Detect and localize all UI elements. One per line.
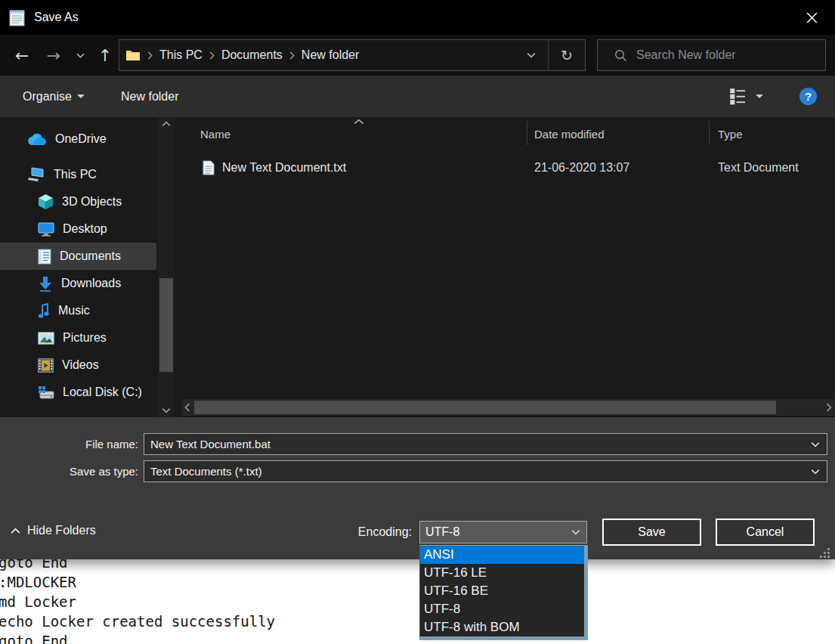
- up-button[interactable]: ↑: [92, 42, 118, 68]
- sidebar-item-label: 3D Objects: [62, 195, 122, 209]
- chevron-down-icon: [76, 53, 85, 58]
- new-folder-button[interactable]: New folder: [121, 76, 178, 117]
- file-name: New Text Document.txt: [222, 161, 346, 175]
- organise-menu-button[interactable]: Organise: [23, 76, 85, 117]
- close-icon: [806, 12, 818, 23]
- sidebar-item-pictures[interactable]: Pictures: [0, 324, 156, 351]
- breadcrumb-chevron-icon: [289, 51, 295, 60]
- screen: goto End:MDLOCKERmd Lockerecho Locker cr…: [0, 0, 835, 644]
- file-browser: OneDrive This PC 3D Ob: [0, 117, 835, 417]
- sidebar-item-label: Videos: [62, 358, 99, 372]
- hide-folders-button[interactable]: Hide Folders: [11, 524, 96, 537]
- batch-line: goto End: [0, 633, 68, 644]
- column-separator[interactable]: [527, 121, 527, 145]
- column-header-date-modified[interactable]: Date modified: [534, 119, 605, 148]
- encoding-label: Encoding:: [302, 525, 412, 539]
- encoding-dropdown-list: ANSI UTF-16 LE UTF-16 BE UTF-8 UTF-8 wit…: [419, 545, 588, 640]
- scroll-down-icon[interactable]: [158, 404, 175, 417]
- breadcrumb-this-pc[interactable]: This PC: [159, 48, 203, 62]
- sidebar-item-label: Music: [58, 304, 90, 317]
- column-header-type[interactable]: Type: [718, 119, 743, 148]
- address-dropdown-button[interactable]: [515, 52, 548, 58]
- resize-grip-icon[interactable]: [818, 546, 830, 558]
- save-button[interactable]: Save: [602, 519, 701, 546]
- scroll-left-icon[interactable]: [181, 399, 193, 416]
- view-mode-button[interactable]: [730, 76, 747, 117]
- scroll-right-icon[interactable]: [823, 399, 835, 416]
- recent-locations-button[interactable]: [71, 42, 89, 68]
- sidebar-item-label: Local Disk (C:): [63, 385, 142, 399]
- encoding-option-utf16le[interactable]: UTF-16 LE: [420, 564, 584, 582]
- sidebar-item-desktop[interactable]: Desktop: [0, 215, 156, 243]
- chevron-down-icon: [565, 529, 586, 535]
- file-row[interactable]: New Text Document.txt 21-06-2020 13:07 T…: [181, 155, 835, 181]
- navigation-pane: OneDrive This PC 3D Ob: [0, 117, 181, 417]
- help-button[interactable]: ?: [799, 76, 817, 117]
- forward-button[interactable]: →: [41, 42, 66, 68]
- file-name-input[interactable]: [144, 438, 804, 450]
- column-header-name[interactable]: Name: [200, 119, 230, 148]
- search-input[interactable]: [636, 48, 810, 62]
- save-as-type-value: Text Documents (*.txt): [144, 465, 804, 478]
- breadcrumb-documents[interactable]: Documents: [221, 48, 283, 62]
- document-icon: [38, 249, 51, 265]
- download-arrow-icon: [38, 276, 53, 292]
- sidebar-item-videos[interactable]: Videos: [0, 351, 156, 379]
- desktop-monitor-icon: [38, 222, 54, 237]
- encoding-select[interactable]: UTF-8: [419, 521, 587, 543]
- sidebar-item-label: This PC: [54, 168, 97, 181]
- sidebar-item-3d-objects[interactable]: 3D Objects: [0, 188, 156, 215]
- file-name-combobox: [144, 433, 827, 455]
- film-strip-icon: [38, 358, 54, 373]
- sidebar-item-downloads[interactable]: Downloads: [0, 270, 156, 297]
- back-icon: ←: [15, 46, 29, 65]
- horizontal-scrollbar[interactable]: [181, 399, 835, 416]
- chevron-down-icon: [756, 94, 763, 98]
- sidebar-item-music[interactable]: Music: [0, 297, 156, 324]
- column-separator[interactable]: [709, 121, 710, 145]
- sidebar-item-documents[interactable]: Documents: [0, 243, 156, 270]
- sidebar-item-label: Pictures: [63, 331, 107, 345]
- address-bar[interactable]: This PC Documents New folder ↻: [119, 39, 586, 71]
- close-button[interactable]: [794, 0, 829, 35]
- horizontal-scrollbar-thumb[interactable]: [194, 401, 776, 414]
- picture-icon: [38, 332, 54, 345]
- view-mode-dropdown[interactable]: [756, 76, 763, 117]
- scroll-up-icon[interactable]: [158, 117, 175, 131]
- encoding-option-utf8[interactable]: UTF-8: [420, 600, 584, 618]
- sidebar-scrollbar[interactable]: [158, 117, 175, 417]
- refresh-icon: ↻: [561, 47, 573, 63]
- sidebar-item-local-disk-c[interactable]: Local Disk (C:): [0, 379, 156, 406]
- sidebar-item-onedrive[interactable]: OneDrive: [0, 125, 156, 153]
- batch-line: :MDLOCKER: [0, 574, 76, 590]
- file-type: Text Document: [718, 161, 799, 175]
- encoding-option-utf8-bom[interactable]: UTF-8 with BOM: [420, 618, 584, 636]
- save-as-type-label: Save as type:: [4, 465, 138, 478]
- breadcrumb-new-folder[interactable]: New folder: [302, 48, 359, 62]
- sidebar-item-label: OneDrive: [55, 132, 107, 146]
- chevron-up-icon: [11, 528, 20, 534]
- chevron-down-icon: [527, 52, 536, 58]
- save-options-panel: File name: Save as type: Text Documents …: [0, 417, 835, 559]
- hard-disk-icon: [38, 385, 54, 400]
- search-box: [597, 39, 826, 71]
- cancel-button-label: Cancel: [747, 525, 784, 539]
- refresh-button[interactable]: ↻: [549, 47, 585, 63]
- file-list: Name Date modified Type New Te: [181, 117, 835, 417]
- text-file-icon: [203, 160, 215, 175]
- back-button[interactable]: ←: [9, 42, 35, 68]
- sidebar-item-label: Desktop: [63, 222, 107, 236]
- save-as-type-select[interactable]: Text Documents (*.txt): [144, 460, 827, 482]
- breadcrumb-chevron-icon: [147, 51, 153, 60]
- organise-label: Organise: [23, 90, 72, 104]
- window-title: Save As: [34, 11, 79, 24]
- chevron-down-icon[interactable]: [804, 441, 827, 447]
- sidebar-item-this-pc[interactable]: This PC: [0, 161, 156, 188]
- sidebar-scrollbar-thumb[interactable]: [159, 278, 173, 372]
- onedrive-icon: [27, 133, 47, 146]
- encoding-option-ansi[interactable]: ANSI: [420, 546, 584, 564]
- encoding-option-utf16be[interactable]: UTF-16 BE: [420, 582, 584, 600]
- file-name-label: File name:: [4, 438, 138, 450]
- cancel-button[interactable]: Cancel: [716, 519, 815, 546]
- hide-folders-label: Hide Folders: [27, 524, 96, 537]
